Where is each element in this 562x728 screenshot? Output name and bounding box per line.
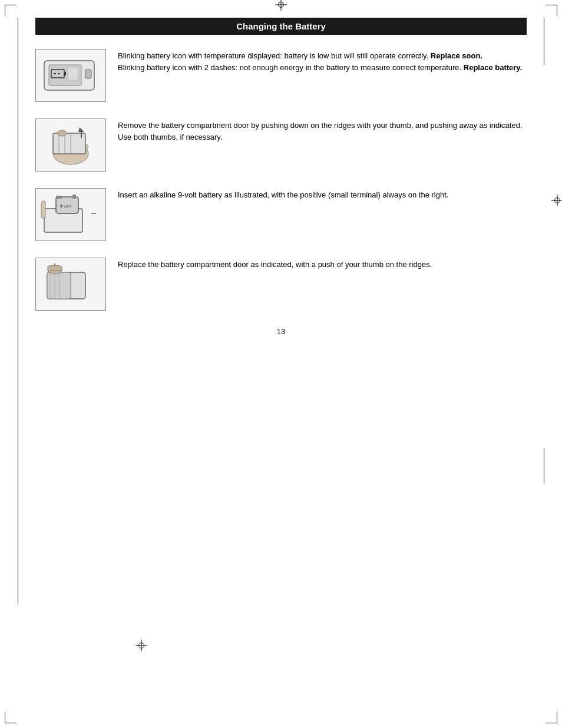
svg-rect-18 — [72, 195, 76, 199]
page-number: 13 — [35, 327, 527, 336]
instruction-row-3: 9 VOLT Insert an alkaline 9-volt battery… — [35, 188, 527, 241]
illustration-step4 — [38, 261, 103, 308]
step1-replace-soon: Replace soon. — [431, 51, 482, 60]
svg-rect-7 — [85, 70, 91, 78]
instruction-text-4: Replace the battery compartment door as … — [118, 258, 527, 271]
svg-rect-10 — [53, 133, 85, 154]
corner-tl — [5, 5, 16, 17]
reg-mark-top — [275, 0, 287, 11]
content-area: Changing the Battery Blinking ba — [35, 18, 527, 710]
illustration-step3: 9 VOLT — [38, 191, 103, 238]
image-step3: 9 VOLT — [35, 188, 106, 241]
step4-text: Replace the battery compartment door as … — [118, 260, 432, 269]
vert-line-right-bottom — [544, 448, 544, 483]
vert-line-right — [544, 18, 544, 65]
corner-tr — [546, 5, 557, 17]
vert-line-left — [18, 18, 18, 604]
instruction-row-1: Blinking battery icon with temperature d… — [35, 49, 527, 102]
illustration-step2 — [38, 121, 103, 169]
svg-rect-17 — [56, 196, 62, 199]
svg-rect-6 — [68, 67, 78, 80]
illustration-step1 — [38, 52, 103, 99]
instruction-text-2: Remove the battery compartment door by p… — [118, 118, 527, 143]
image-step2 — [35, 118, 106, 172]
svg-point-14 — [57, 130, 67, 136]
instruction-text-3: Insert an alkaline 9-volt battery as ill… — [118, 188, 527, 201]
svg-text:9: 9 — [60, 204, 62, 208]
instruction-text-1: Blinking battery icon with temperature d… — [118, 49, 527, 73]
image-step1 — [35, 49, 106, 102]
section-title: Changing the Battery — [35, 18, 527, 35]
instruction-row-2: Remove the battery compartment door by p… — [35, 118, 527, 172]
corner-bl — [5, 711, 16, 723]
step1-text-normal2: Blinking battery icon with 2 dashes: not… — [118, 63, 464, 72]
svg-text:VOLT: VOLT — [64, 205, 71, 208]
step1-replace-battery: Replace battery. — [464, 63, 522, 72]
instruction-row-4: Replace the battery compartment door as … — [35, 258, 527, 311]
svg-rect-3 — [64, 72, 66, 75]
reg-mark-right — [551, 195, 562, 206]
step3-text: Insert an alkaline 9-volt battery as ill… — [118, 190, 448, 199]
image-step4 — [35, 258, 106, 311]
step1-text-normal1: Blinking battery icon with temperature d… — [118, 51, 431, 60]
corner-br — [546, 711, 557, 723]
step2-text: Remove the battery compartment door by p… — [118, 121, 523, 141]
svg-rect-22 — [47, 272, 71, 299]
vert-line-left-bottom — [18, 483, 18, 513]
